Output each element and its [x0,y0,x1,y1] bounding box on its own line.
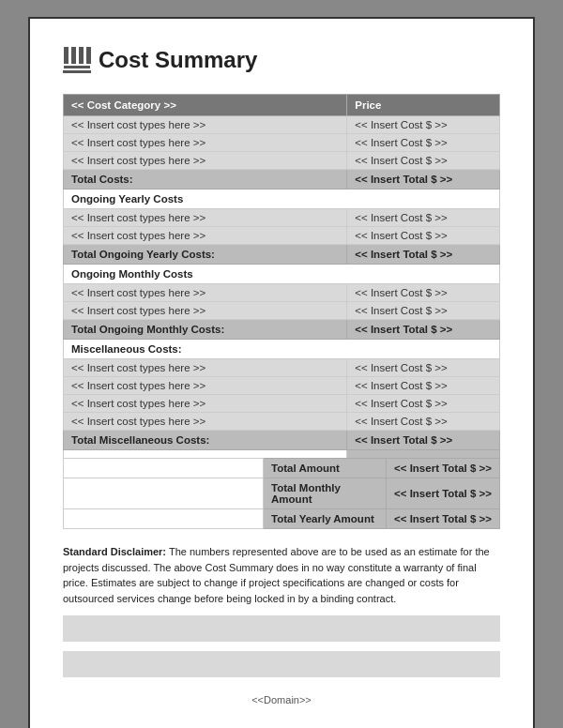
cost-category-cell: << Insert cost types here >> [64,359,347,377]
cost-category-cell: << Insert cost types here >> [64,209,347,227]
table-row: << Insert cost types here >> << Insert C… [64,302,500,320]
disclaimer-section: Standard Disclaimer: The numbers represe… [63,544,500,606]
section-label: Ongoing Yearly Costs [64,190,500,209]
total-monthly-value: << Insert Total $ >> [347,320,500,340]
total-misc-row: Total Miscellaneous Costs: << Insert Tot… [64,431,500,450]
table-row: << Insert cost types here >> << Insert C… [64,413,500,431]
total-costs-value: << Insert Total $ >> [347,170,500,190]
summary-yearly-label: Total Yearly Amount [264,509,387,529]
footer: <<Domain>> [63,694,500,705]
cost-category-cell: << Insert cost types here >> [64,302,347,320]
table-row: << Insert cost types here >> << Insert C… [64,134,500,152]
total-costs-row: Total Costs: << Insert Total $ >> [64,170,500,190]
summary-label-empty [64,459,264,478]
cost-price-cell: << Insert Cost $ >> [347,116,500,134]
table-row: << Insert cost types here >> << Insert C… [64,284,500,302]
total-yearly-value: << Insert Total $ >> [347,245,500,265]
section-label: Miscellaneous Costs: [64,340,500,359]
cost-price-cell: << Insert Cost $ >> [347,152,500,170]
col-category-header: << Cost Category >> [64,95,347,116]
cost-price-cell: << Insert Cost $ >> [347,209,500,227]
cost-category-cell: << Insert cost types here >> [64,152,347,170]
cost-price-cell: << Insert Cost $ >> [347,395,500,413]
col-price-header: Price [347,95,500,116]
placeholder-box-1 [63,615,500,642]
table-row: << Insert cost types here >> << Insert C… [64,227,500,245]
cost-price-cell: << Insert Cost $ >> [347,134,500,152]
total-yearly-row: Total Ongoing Yearly Costs: << Insert To… [64,245,500,265]
total-yearly-label: Total Ongoing Yearly Costs: [64,245,347,265]
page-header: Cost Summary [63,47,500,73]
section-misc: Miscellaneous Costs: [64,340,500,359]
cost-price-cell: << Insert Cost $ >> [347,359,500,377]
total-misc-value: << Insert Total $ >> [347,431,500,450]
section-ongoing-monthly: Ongoing Monthly Costs [64,265,500,284]
cost-category-cell: << Insert cost types here >> [64,134,347,152]
cost-category-cell: << Insert cost types here >> [64,395,347,413]
total-monthly-row: Total Ongoing Monthly Costs: << Insert T… [64,320,500,340]
cost-category-cell: << Insert cost types here >> [64,284,347,302]
summary-row-monthly: Total Monthly Amount << Insert Total $ >… [64,478,500,509]
pillar-icon [63,47,91,73]
cost-category-cell: << Insert cost types here >> [64,116,347,134]
summary-table: Total Amount << Insert Total $ >> Total … [63,458,500,529]
page-title: Cost Summary [99,47,257,73]
table-row: << Insert cost types here >> << Insert C… [64,395,500,413]
summary-row-total: Total Amount << Insert Total $ >> [64,459,500,478]
total-monthly-label: Total Ongoing Monthly Costs: [64,320,347,340]
table-header-row: << Cost Category >> Price [64,95,500,116]
summary-row-yearly: Total Yearly Amount << Insert Total $ >> [64,509,500,529]
section-ongoing-yearly: Ongoing Yearly Costs [64,190,500,209]
cost-price-cell: << Insert Cost $ >> [347,284,500,302]
disclaimer-title: Standard Disclaimer: [63,546,166,557]
summary-label-empty [64,509,264,529]
summary-monthly-value: << Insert Total $ >> [387,478,500,509]
table-row: << Insert cost types here >> << Insert C… [64,152,500,170]
cost-category-cell: << Insert cost types here >> [64,413,347,431]
summary-monthly-label: Total Monthly Amount [264,478,387,509]
page: Cost Summary << Cost Category >> Price <… [28,17,535,728]
cost-category-cell: << Insert cost types here >> [64,377,347,395]
section-label: Ongoing Monthly Costs [64,265,500,284]
summary-yearly-value: << Insert Total $ >> [387,509,500,529]
table-row: << Insert cost types here >> << Insert C… [64,209,500,227]
summary-total-value: << Insert Total $ >> [387,459,500,478]
summary-total-label: Total Amount [264,459,387,478]
table-row: << Insert cost types here >> << Insert C… [64,377,500,395]
placeholder-box-2 [63,651,500,677]
total-costs-label: Total Costs: [64,170,347,190]
table-row: << Insert cost types here >> << Insert C… [64,359,500,377]
summary-label-empty [64,478,264,509]
cost-table: << Cost Category >> Price << Insert cost… [63,94,500,459]
cost-price-cell: << Insert Cost $ >> [347,227,500,245]
cost-category-cell: << Insert cost types here >> [64,227,347,245]
footer-domain: <<Domain>> [251,694,312,705]
cost-price-cell: << Insert Cost $ >> [347,377,500,395]
cost-price-cell: << Insert Cost $ >> [347,413,500,431]
table-row: << Insert cost types here >> << Insert C… [64,116,500,134]
total-misc-label: Total Miscellaneous Costs: [64,431,347,450]
cost-price-cell: << Insert Cost $ >> [347,302,500,320]
